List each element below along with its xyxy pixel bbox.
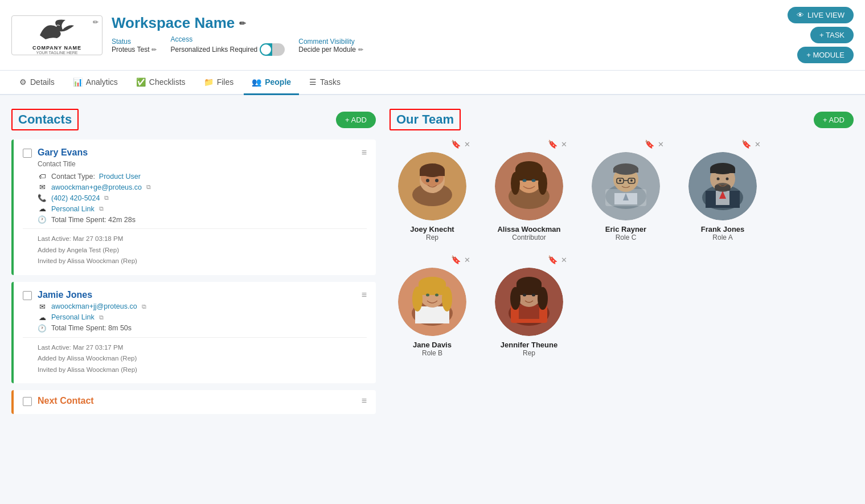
alissa-bookmark-icon[interactable]: 🔖	[548, 140, 557, 149]
jamie-jones-divider	[23, 337, 367, 338]
jamie-jones-email-row: ✉ awoockman+jj@proteus.co ⧉	[38, 302, 367, 311]
jane-name: Jane Davis	[413, 341, 452, 349]
email-copy-icon[interactable]: ⧉	[146, 183, 151, 191]
team-member-jennifer-theune: 🔖 ✕	[486, 255, 572, 357]
svg-rect-24	[613, 168, 638, 173]
phone-icon: 📞	[38, 194, 47, 202]
jane-bookmark-icon[interactable]: 🔖	[451, 255, 461, 264]
people-icon: 👥	[252, 77, 261, 87]
frank-avatar	[688, 152, 757, 220]
status-label: Status	[112, 38, 157, 46]
jamie-jones-menu-icon[interactable]: ≡	[362, 290, 367, 300]
contacts-add-button[interactable]: + ADD	[336, 112, 376, 128]
files-icon: 📁	[204, 77, 214, 87]
next-contact-header: Next Contact ≡	[23, 396, 367, 406]
jane-avatar	[398, 268, 466, 336]
clock-icon-2: 🕐	[38, 324, 47, 333]
team-row-1: 🔖 ✕	[390, 140, 854, 241]
gary-evans-header-left: Gary Evans	[23, 147, 88, 158]
status-edit-icon[interactable]: ✏	[151, 46, 157, 54]
alissa-remove-icon[interactable]: ✕	[561, 140, 567, 149]
svg-point-16	[532, 179, 536, 182]
cloud-icon: ☁	[38, 204, 47, 213]
svg-rect-58	[516, 282, 542, 295]
add-module-button[interactable]: + MODULE	[797, 47, 854, 63]
main-content: Contacts + ADD Gary Evans ≡ Contact Titl…	[0, 95, 865, 504]
frank-bookmark-icon[interactable]: 🔖	[741, 140, 751, 149]
jamie-jones-name: Jamie Jones	[38, 290, 92, 300]
tab-checklists[interactable]: ✅ Checklists	[128, 71, 194, 95]
phone-copy-icon[interactable]: ⧉	[104, 194, 109, 202]
tab-analytics[interactable]: 📊 Analytics	[65, 71, 126, 95]
status-value: Proteus Test ✏	[112, 46, 157, 54]
contacts-title: Contacts	[11, 109, 79, 130]
svg-point-6	[426, 179, 429, 182]
comment-label: Comment Visibility	[298, 38, 363, 46]
svg-point-61	[523, 294, 526, 297]
jennifer-remove-icon[interactable]: ✕	[561, 256, 567, 264]
frank-remove-icon[interactable]: ✕	[755, 140, 761, 149]
jane-remove-icon[interactable]: ✕	[464, 256, 470, 264]
svg-point-60	[538, 287, 548, 310]
link-copy-icon[interactable]: ⧉	[99, 205, 104, 212]
next-contact-name: Next Contact	[38, 396, 94, 406]
add-task-button[interactable]: + TASK	[810, 27, 854, 43]
our-team-add-button[interactable]: + ADD	[814, 112, 854, 128]
access-value: Personalized Links Required	[170, 43, 285, 56]
company-logo-box: ✏ COMPANY NAME YOUR TAGLINE HERE	[11, 15, 103, 55]
cloud-icon-2: ☁	[38, 313, 47, 322]
jamie-link-copy-icon[interactable]: ⧉	[99, 314, 104, 321]
workspace-title-row: Workspace Name ✏	[112, 14, 363, 32]
eric-remove-icon[interactable]: ✕	[658, 140, 664, 149]
joey-bookmark-icon[interactable]: 🔖	[451, 140, 461, 149]
access-toggle[interactable]	[260, 43, 285, 56]
toggle-switch[interactable]	[260, 43, 285, 56]
jennifer-role: Rep	[523, 349, 535, 357]
gary-evans-title: Contact Title	[38, 160, 367, 168]
svg-rect-47	[419, 282, 446, 295]
joey-avatar	[398, 152, 466, 220]
team-member-eric-rayner: 🔖 ✕	[583, 140, 669, 241]
next-contact-checkbox[interactable]	[23, 397, 32, 406]
tab-tasks[interactable]: ☰ Tasks	[301, 71, 349, 95]
jamie-email-copy-icon[interactable]: ⧉	[142, 303, 146, 310]
jane-actions: 🔖 ✕	[390, 255, 475, 264]
gary-evans-meta: Last Active: Mar 27 03:18 PM Added by An…	[38, 233, 367, 267]
tab-files[interactable]: 📁 Files	[196, 71, 242, 95]
gary-evans-menu-icon[interactable]: ≡	[362, 147, 367, 158]
jane-role: Role B	[422, 349, 442, 357]
jennifer-bookmark-icon[interactable]: 🔖	[548, 255, 557, 264]
gary-evans-details: 🏷 Contact Type: Product User ✉ awoockman…	[38, 173, 367, 224]
gary-evans-divider	[23, 228, 367, 229]
workspace-info: Workspace Name ✏ Status Proteus Test ✏ A…	[112, 14, 363, 56]
eric-bookmark-icon[interactable]: 🔖	[645, 140, 654, 149]
tab-people[interactable]: 👥 People	[244, 71, 299, 95]
gary-evans-type-row: 🏷 Contact Type: Product User	[38, 173, 367, 181]
tab-details[interactable]: ⚙ Details	[11, 71, 63, 95]
gary-evans-checkbox[interactable]	[23, 149, 32, 158]
next-contact-menu-icon[interactable]: ≡	[362, 396, 367, 406]
frank-name: Frank Jones	[701, 225, 745, 233]
logo-edit-icon[interactable]: ✏	[93, 18, 99, 26]
checklists-icon: ✅	[136, 77, 146, 87]
company-tagline-text: YOUR TAGLINE HERE	[32, 51, 81, 55]
clock-icon: 🕐	[38, 215, 47, 224]
comment-value: Decide per Module ✏	[298, 46, 363, 54]
jennifer-actions: 🔖 ✕	[486, 255, 572, 264]
team-member-alissa-woockman: 🔖 ✕	[486, 140, 572, 241]
joey-remove-icon[interactable]: ✕	[464, 140, 470, 149]
svg-point-41	[726, 178, 729, 181]
jamie-jones-checkbox[interactable]	[23, 291, 32, 300]
svg-point-49	[442, 286, 452, 312]
workspace-edit-icon[interactable]: ✏	[239, 19, 246, 28]
jamie-jones-details: ✉ awoockman+jj@proteus.co ⧉ ☁ Personal L…	[38, 302, 367, 333]
access-meta: Access Personalized Links Required	[170, 35, 285, 56]
comment-edit-icon[interactable]: ✏	[358, 46, 363, 54]
svg-point-7	[435, 179, 438, 182]
svg-point-29	[630, 179, 633, 182]
contact-card-gary-evans: Gary Evans ≡ Contact Title 🏷 Contact Typ…	[11, 140, 376, 275]
gary-evans-header: Gary Evans ≡	[23, 147, 367, 158]
team-member-frank-jones: 🔖 ✕	[680, 140, 765, 241]
jamie-jones-meta: Last Active: Mar 27 03:17 PM Added by Al…	[38, 342, 367, 376]
live-view-button[interactable]: 👁 LIVE VIEW	[788, 7, 854, 23]
